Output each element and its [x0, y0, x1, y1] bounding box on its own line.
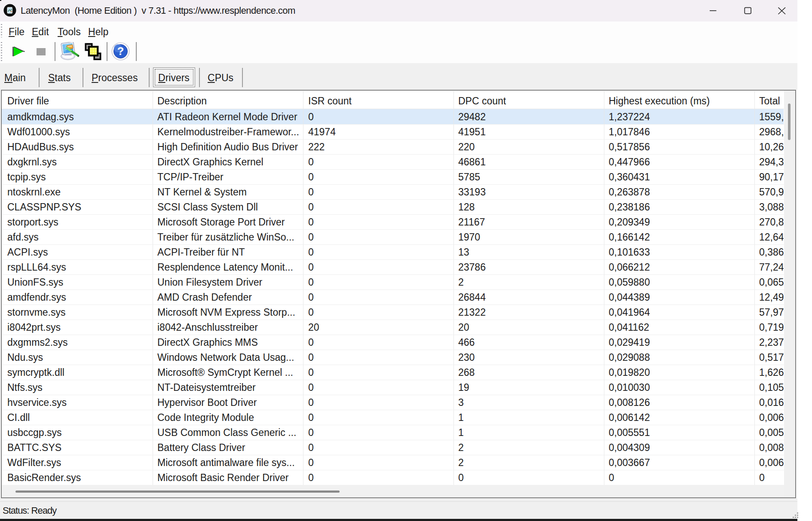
svg-text:?: ? [117, 45, 124, 58]
